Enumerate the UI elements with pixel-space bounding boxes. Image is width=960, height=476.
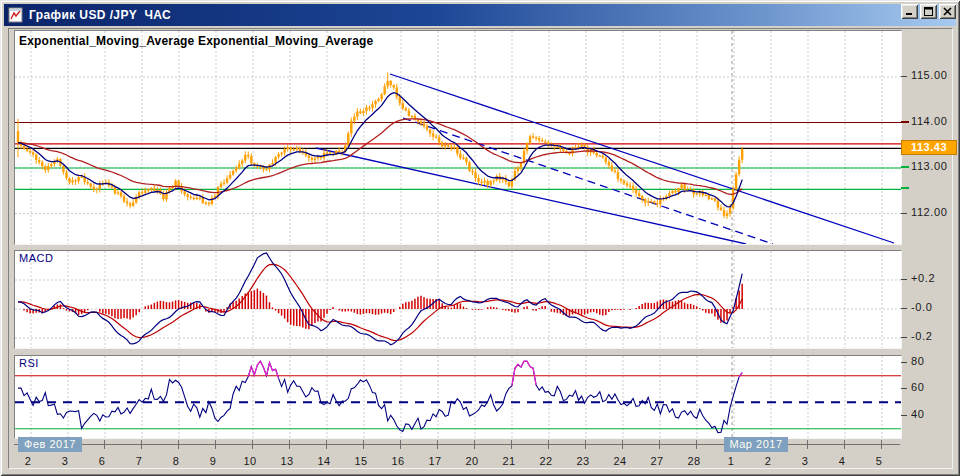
maximize-icon (924, 7, 933, 16)
time-tick (844, 440, 845, 449)
chart-window-icon (8, 7, 24, 23)
price-axis-label: 112.00 (911, 206, 947, 218)
rsi-axis-label: 60 (911, 381, 924, 393)
axis-tick (901, 308, 907, 309)
level-tick (901, 166, 909, 168)
rsi-axis-label: 80 (911, 355, 924, 367)
date-label: 13 (272, 455, 302, 467)
window-controls (901, 4, 956, 19)
time-tick (289, 440, 290, 449)
time-tick (585, 440, 586, 449)
date-label: 3 (790, 455, 820, 467)
price-panel[interactable] (14, 30, 902, 245)
time-tick (437, 440, 438, 449)
rsi-axis-label: 40 (911, 408, 924, 420)
axis-tick (901, 76, 907, 77)
month-badge: Мар 2017 (724, 437, 788, 452)
price-axis-label: 114.00 (911, 115, 947, 127)
date-label: 17 (420, 455, 450, 467)
date-label: 27 (642, 455, 672, 467)
date-label: 22 (531, 455, 561, 467)
maximize-button[interactable] (920, 4, 937, 19)
time-tick (511, 440, 512, 449)
price-chart-canvas[interactable] (15, 31, 901, 244)
date-label: 5 (864, 455, 894, 467)
date-label: 9 (198, 455, 228, 467)
minimize-icon (905, 7, 914, 16)
date-label: 10 (235, 455, 265, 467)
date-label: 23 (568, 455, 598, 467)
time-tick (326, 440, 327, 449)
date-label: 2 (13, 455, 43, 467)
axis-tick (901, 388, 907, 389)
close-button[interactable] (939, 4, 956, 19)
date-label: 3 (50, 455, 80, 467)
date-label: 14 (309, 455, 339, 467)
axis-tick (901, 279, 907, 280)
rsi-panel[interactable] (14, 355, 902, 439)
date-label: 20 (457, 455, 487, 467)
level-tick (901, 121, 909, 123)
date-label: 8 (161, 455, 191, 467)
macd-panel[interactable] (14, 250, 902, 349)
macd-label: MACD (19, 252, 53, 264)
time-tick (252, 440, 253, 449)
time-tick (881, 440, 882, 449)
rsi-label: RSI (19, 357, 39, 369)
close-icon (943, 7, 952, 16)
time-tick (141, 440, 142, 449)
date-label: 4 (827, 455, 857, 467)
axis-tick (901, 337, 907, 338)
level-tick (901, 187, 909, 189)
time-tick (807, 440, 808, 449)
rsi-chart-canvas[interactable] (15, 356, 901, 438)
date-label: 21 (494, 455, 524, 467)
macd-axis-label: +0.2 (911, 272, 935, 284)
axis-tick (901, 213, 907, 214)
date-label: 7 (124, 455, 154, 467)
date-label: 1 (716, 455, 746, 467)
date-label: 15 (346, 455, 376, 467)
window-title: График USD /JPY ЧАС (29, 8, 171, 22)
price-axis-label: 115.00 (911, 69, 947, 81)
ema-legend: Exponential_Moving_Average Exponential_M… (19, 34, 373, 48)
time-tick (104, 440, 105, 449)
time-tick (659, 440, 660, 449)
date-label: 28 (679, 455, 709, 467)
minimize-button[interactable] (901, 4, 918, 19)
ema-slow-label: Exponential_Moving_Average (198, 34, 373, 48)
time-tick (363, 440, 364, 449)
time-tick (622, 440, 623, 449)
time-tick (696, 440, 697, 449)
date-label: 6 (87, 455, 117, 467)
time-tick (178, 440, 179, 449)
macd-chart-canvas[interactable] (15, 251, 901, 348)
time-tick (548, 440, 549, 449)
ema-fast-label: Exponential_Moving_Average (19, 34, 194, 48)
price-axis-label: 113.00 (911, 160, 947, 172)
date-label: 16 (383, 455, 413, 467)
axis-tick (901, 415, 907, 416)
time-tick (215, 440, 216, 449)
time-tick (474, 440, 475, 449)
time-tick (400, 440, 401, 449)
titlebar[interactable]: График USD /JPY ЧАС (4, 4, 956, 26)
current-price-badge: 113.43 (901, 140, 957, 155)
app-window: График USD /JPY ЧАС Exponential_Moving_A… (0, 0, 960, 476)
month-badge: Фев 2017 (18, 437, 82, 452)
macd-axis-label: -0.2 (911, 330, 932, 342)
macd-axis-label: -0.0 (911, 301, 932, 313)
axis-tick (901, 362, 907, 363)
date-label: 24 (605, 455, 635, 467)
date-label: 2 (753, 455, 783, 467)
